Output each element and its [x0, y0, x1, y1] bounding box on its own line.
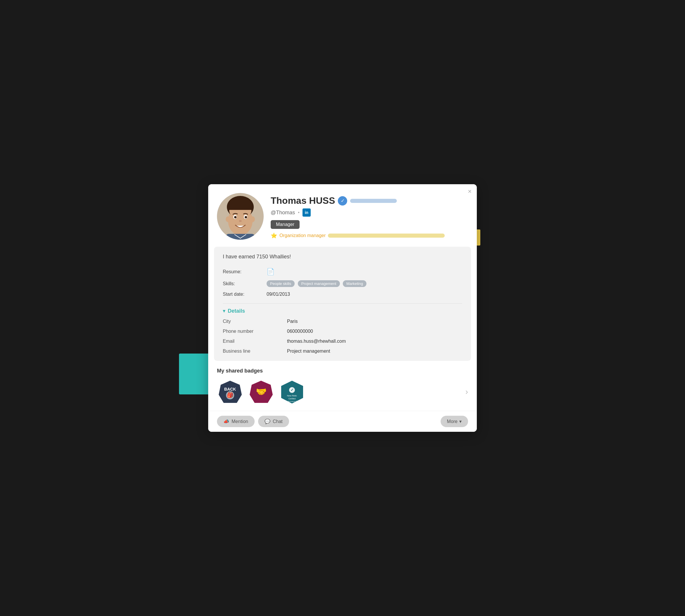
- skill-tag-2: Marketing: [343, 280, 367, 287]
- badges-next-button[interactable]: ›: [465, 387, 468, 396]
- svg-point-4: [226, 216, 230, 222]
- org-bar: [328, 234, 445, 238]
- close-button[interactable]: ×: [468, 188, 471, 195]
- org-star-icon: ⭐: [271, 233, 277, 239]
- resume-row: Resume: 📄: [223, 266, 462, 278]
- chat-icon: 💬: [265, 419, 270, 424]
- badges-row: BACK 🎒 🤝 ✓: [217, 379, 468, 405]
- details-title: Details: [228, 308, 245, 314]
- user-name: Thomas HUSS: [271, 195, 335, 206]
- linkedin-icon[interactable]: in: [303, 208, 311, 217]
- svg-point-8: [234, 216, 237, 218]
- username: @Thomas: [271, 210, 295, 216]
- bizline-value: Project management: [287, 349, 462, 354]
- startdate-value: 09/01/2013: [267, 292, 290, 297]
- more-button[interactable]: More ▾: [441, 416, 468, 427]
- startdate-row: Start date: 09/01/2013: [223, 289, 462, 299]
- svg-text:✓: ✓: [290, 388, 293, 392]
- svg-rect-11: [226, 234, 255, 240]
- profile-header: Thomas HUSS ✓ @Thomas • in Manager ⭐ Org…: [208, 184, 477, 245]
- dot-separator: •: [298, 210, 300, 215]
- phone-label: Phone number: [223, 329, 281, 334]
- details-chevron-icon[interactable]: ▾: [223, 308, 225, 314]
- org-manager-row: ⭐ Organization manager: [271, 233, 468, 239]
- details-header: ▾ Details: [223, 308, 462, 314]
- mention-icon: 📣: [223, 419, 229, 424]
- city-value: Paris: [287, 319, 462, 324]
- verified-badge: ✓: [338, 196, 347, 205]
- name-row: Thomas HUSS ✓: [271, 195, 468, 206]
- startdate-label: Start date:: [223, 292, 261, 297]
- teal-sidebar-bar: [179, 354, 208, 394]
- skill-tag-1: Project management: [298, 280, 340, 287]
- org-manager-label: Organization manager: [280, 233, 326, 238]
- skills-tags: People skills Project management Marketi…: [267, 280, 368, 287]
- mention-label: Mention: [231, 419, 248, 424]
- divider: [223, 303, 462, 304]
- skills-label: Skills:: [223, 281, 261, 286]
- badge-item-0[interactable]: BACK 🎒: [217, 379, 243, 405]
- phone-value: 0600000000: [287, 329, 462, 334]
- svg-text:New Relic: New Relic: [287, 394, 297, 397]
- email-label: Email: [223, 339, 281, 344]
- whallies-text: I have earned 7150 Whallies!: [223, 254, 462, 260]
- svg-point-10: [239, 220, 242, 222]
- badge-item-1[interactable]: 🤝: [248, 379, 274, 405]
- svg-text:🎒: 🎒: [227, 392, 234, 398]
- more-chevron-icon: ▾: [459, 419, 462, 424]
- mention-button[interactable]: 📣 Mention: [217, 416, 255, 427]
- svg-point-5: [250, 216, 255, 222]
- verified-bar: [350, 199, 397, 203]
- modal-footer: 📣 Mention 💬 Chat More ▾: [208, 411, 477, 432]
- resume-label: Resume:: [223, 269, 261, 274]
- bizline-label: Business line: [223, 349, 281, 354]
- role-badge: Manager: [271, 220, 300, 229]
- skills-row: Skills: People skills Project management…: [223, 278, 462, 289]
- more-label: More: [447, 419, 458, 424]
- username-row: @Thomas • in: [271, 208, 468, 217]
- svg-text:Performance Pro: Performance Pro: [285, 400, 299, 402]
- chat-label: Chat: [273, 419, 283, 424]
- svg-text:🤝: 🤝: [256, 387, 267, 397]
- resume-icon[interactable]: 📄: [267, 268, 274, 276]
- badges-title: My shared badges: [217, 368, 468, 374]
- svg-point-9: [245, 216, 247, 218]
- profile-info: Thomas HUSS ✓ @Thomas • in Manager ⭐ Org…: [271, 193, 468, 239]
- city-label: City: [223, 319, 281, 324]
- avatar: [217, 193, 264, 240]
- profile-modal: ×: [208, 184, 477, 432]
- email-value: thomas.huss@rhewhall.com: [287, 339, 462, 344]
- badge-item-2[interactable]: ✓ New Relic Certified Performance Pro: [279, 379, 305, 405]
- details-grid: City Paris Phone number 0600000000 Email…: [223, 319, 462, 354]
- skill-tag-0: People skills: [267, 280, 295, 287]
- svg-text:BACK: BACK: [224, 387, 236, 392]
- badges-section: My shared badges BACK 🎒 🤝: [208, 362, 477, 411]
- chat-button[interactable]: 💬 Chat: [258, 416, 289, 427]
- svg-text:Certified: Certified: [288, 398, 295, 400]
- info-section: I have earned 7150 Whallies! Resume: 📄 S…: [214, 247, 471, 361]
